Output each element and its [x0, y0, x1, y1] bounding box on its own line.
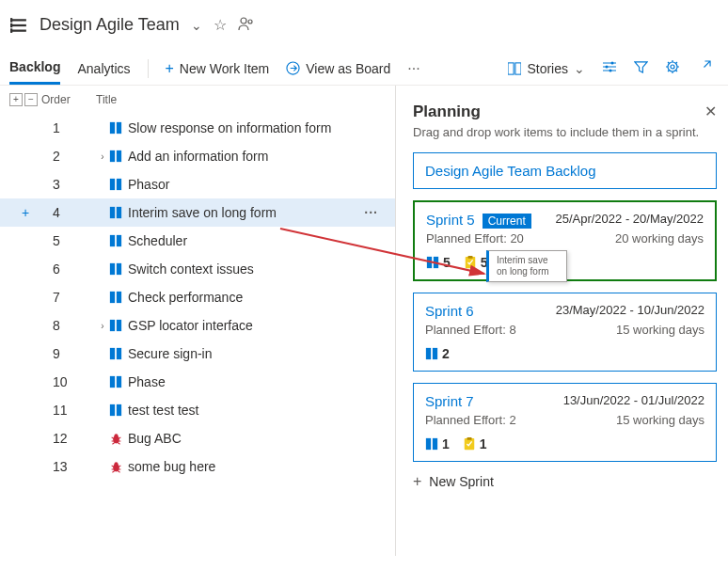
order-cell: 7	[41, 290, 96, 305]
title-cell[interactable]: Scheduler	[109, 233, 386, 248]
story-icon	[425, 437, 438, 451]
column-headers: + − Order Title	[0, 86, 395, 114]
title-cell[interactable]: Interim save on long form	[109, 205, 356, 220]
tab-analytics[interactable]: Analytics	[77, 54, 130, 84]
svg-rect-46	[426, 348, 431, 359]
title-cell[interactable]: Check performance	[109, 290, 386, 305]
sprint-dates: 25/Apr/2022 - 20/May/2022	[555, 212, 704, 226]
work-item-title: Interim save on long form	[128, 205, 277, 220]
planned-effort: Planned Effort: 2	[425, 413, 516, 427]
new-sprint-button[interactable]: + New Sprint	[413, 473, 717, 490]
backlog-level-dropdown[interactable]: Stories ⌄	[508, 61, 585, 76]
expand-all-button[interactable]: +	[9, 93, 23, 106]
work-item-title: Check performance	[128, 290, 243, 305]
sprint-card[interactable]: Sprint 713/Jun/2022 - 01/Jul/2022Planned…	[413, 383, 717, 462]
backlog-row[interactable]: 3Phasor	[0, 170, 395, 198]
backlog-row[interactable]: 10Phase	[0, 368, 395, 396]
svg-rect-23	[117, 207, 121, 218]
backlog-row[interactable]: +4Interim save on long form···	[0, 198, 395, 227]
page-header: Design Agile Team ⌄ ☆	[0, 0, 728, 46]
work-item-title: Add an information form	[128, 149, 268, 164]
work-item-title: Secure sign-in	[128, 346, 213, 361]
new-work-item-button[interactable]: + New Work Item	[166, 60, 270, 77]
row-more-button[interactable]: ···	[356, 205, 386, 220]
drag-ghost: Interim save on long form	[486, 250, 567, 282]
title-cell[interactable]: Phasor	[109, 177, 386, 192]
sprint-name[interactable]: Sprint 6	[425, 303, 474, 319]
planned-effort: Planned Effort: 20	[426, 231, 524, 245]
svg-rect-37	[117, 404, 121, 416]
svg-point-7	[248, 20, 252, 24]
team-members-button[interactable]	[238, 16, 255, 34]
title-cell[interactable]: some bug here	[109, 459, 386, 474]
title-cell[interactable]: Switch context issues	[109, 261, 386, 277]
title-cell[interactable]: GSP locator interface	[109, 318, 386, 333]
backlog-row[interactable]: 8›GSP locator interface	[0, 311, 395, 340]
filter-button[interactable]	[634, 60, 648, 77]
expand-caret[interactable]: ›	[96, 151, 109, 162]
work-item-title: Bug ABC	[128, 431, 182, 446]
fullscreen-button[interactable]	[697, 60, 711, 77]
sprint-dates: 23/May/2022 - 10/Jun/2022	[556, 303, 704, 317]
backlog-row[interactable]: 12Bug ABC	[0, 424, 395, 452]
story-icon	[109, 375, 122, 388]
favorite-button[interactable]: ☆	[214, 16, 227, 34]
order-cell: 5	[41, 233, 96, 248]
svg-point-11	[611, 62, 614, 65]
plus-icon: +	[166, 60, 174, 77]
title-cell[interactable]: Bug ABC	[109, 431, 386, 446]
view-options-button[interactable]	[602, 59, 617, 77]
backlog-row[interactable]: 13some bug here	[0, 452, 395, 481]
backlog-row[interactable]: 2›Add an information form	[0, 142, 395, 170]
svg-rect-25	[117, 235, 121, 246]
svg-point-6	[241, 18, 246, 24]
collapse-all-button[interactable]: −	[24, 93, 38, 106]
title-cell[interactable]: Add an information form	[109, 149, 386, 164]
title-cell[interactable]: test test test	[109, 403, 386, 418]
view-as-board-button[interactable]: View as Board	[286, 61, 390, 76]
working-days: 20 working days	[615, 231, 704, 245]
expand-caret[interactable]: ›	[96, 321, 109, 331]
sprint-name[interactable]: Sprint 5	[426, 212, 475, 228]
title-cell[interactable]: Secure sign-in	[109, 346, 386, 361]
stories-icon	[508, 62, 521, 75]
svg-rect-9	[508, 62, 514, 73]
svg-rect-33	[117, 348, 121, 359]
svg-rect-21	[117, 179, 121, 190]
story-icon	[109, 347, 122, 360]
column-title: Title	[96, 93, 386, 106]
svg-rect-35	[117, 376, 121, 388]
title-cell[interactable]: Slow response on information form	[109, 120, 386, 135]
work-item-title: Scheduler	[128, 233, 187, 248]
backlog-row[interactable]: 7Check performance	[0, 283, 395, 311]
task-count: 5	[464, 255, 488, 270]
backlog-row[interactable]: 11test test test	[0, 396, 395, 424]
column-order: Order	[41, 93, 96, 106]
tab-backlog[interactable]: Backlog	[9, 52, 60, 85]
add-child-button[interactable]: +	[9, 205, 41, 220]
svg-rect-51	[467, 437, 471, 440]
svg-rect-20	[110, 179, 115, 190]
close-panel-button[interactable]: ✕	[704, 103, 717, 120]
work-item-title: Slow response on information form	[128, 120, 331, 135]
backlog-row[interactable]: 5Scheduler	[0, 227, 395, 255]
more-options-button[interactable]: ···	[407, 60, 419, 77]
sprint-name[interactable]: Sprint 7	[425, 393, 474, 409]
story-icon	[109, 178, 122, 191]
svg-rect-42	[427, 257, 432, 268]
svg-rect-48	[426, 438, 431, 450]
backlog-drop-card[interactable]: Design Agile Team Backlog	[413, 152, 717, 189]
sprint-card[interactable]: Sprint 623/May/2022 - 10/Jun/2022Planned…	[413, 293, 717, 372]
backlog-row[interactable]: 6Switch context issues	[0, 255, 395, 283]
team-dropdown-icon[interactable]: ⌄	[191, 18, 202, 33]
settings-button[interactable]	[665, 59, 680, 77]
title-cell[interactable]: Phase	[109, 374, 386, 389]
svg-rect-22	[110, 207, 115, 218]
svg-rect-19	[117, 150, 121, 162]
svg-rect-43	[434, 257, 438, 268]
backlog-row[interactable]: 9Secure sign-in	[0, 340, 395, 368]
work-item-title: Phasor	[128, 177, 169, 192]
svg-rect-45	[467, 256, 472, 259]
story-icon	[109, 319, 122, 332]
backlog-row[interactable]: 1Slow response on information form	[0, 114, 395, 142]
